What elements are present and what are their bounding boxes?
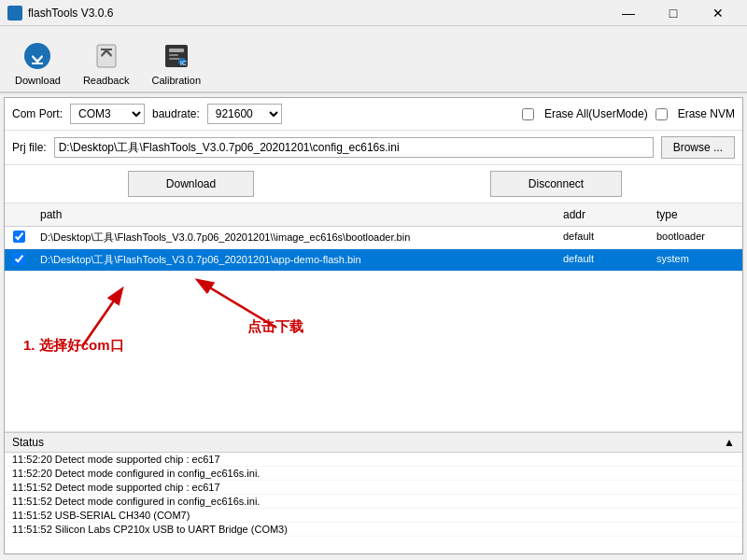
status-line: 11:51:52 Detect mode supported chip : ec… [5,481,742,495]
com-port-label: Com Port: [12,107,63,120]
window-controls: — □ ✕ [607,4,740,22]
close-button[interactable]: ✕ [697,4,740,22]
action-row: Download Disconnect [5,165,742,203]
status-line: 11:52:20 Detect mode configured in confi… [5,467,742,481]
row-checkbox[interactable] [5,229,33,246]
calibration-icon: IC [160,39,193,73]
annotation-svg [5,272,742,374]
readback-icon [90,39,123,73]
row-addr: default [556,251,649,269]
main-area: Com Port: COM3 baudrate: 921600 Erase Al… [4,97,743,554]
col-check [5,206,33,223]
annotation-download: 点击下载 [247,318,303,336]
col-path: path [33,206,556,223]
com-port-row: Com Port: COM3 baudrate: 921600 Erase Al… [5,98,742,131]
toolbar: Download Readback IC Calibration [0,26,747,93]
table-row[interactable]: D:\Desktop\工具\FlashTools_V3.0.7p06_20201… [5,227,742,249]
download-icon [21,39,54,73]
title-bar: flashTools V3.0.6 — □ ✕ [0,0,747,26]
file-table: path addr type D:\Desktop\工具\FlashTools_… [5,203,742,432]
prj-file-label: Prj file: [12,141,47,154]
toolbar-calibration-label: Calibration [151,75,201,86]
status-line: 11:51:52 Silicon Labs CP210x USB to UART… [5,523,742,537]
svg-rect-2 [32,63,43,64]
svg-rect-8 [169,54,178,56]
erase-all-label: Erase All(UserMode) [544,107,648,120]
status-panel: Status ▲ 11:52:20 Detect mode supported … [5,432,742,553]
status-body[interactable]: 11:52:20 Detect mode supported chip : ec… [5,453,742,553]
status-line: 11:51:52 Detect mode configured in confi… [5,495,742,509]
svg-rect-9 [169,58,180,60]
toolbar-calibration-button[interactable]: IC Calibration [144,35,208,91]
toolbar-download-label: Download [15,75,61,86]
status-line: 11:51:52 USB-SERIAL CH340 (COM7) [5,509,742,523]
maximize-button[interactable]: □ [652,4,695,22]
svg-rect-5 [101,49,112,50]
svg-point-0 [24,43,50,69]
erase-nvm-label: Erase NVM [678,107,735,120]
disconnect-button[interactable]: Disconnect [490,171,622,197]
row-path: D:\Desktop\工具\FlashTools_V3.0.7p06_20201… [33,251,556,269]
baudrate-select[interactable]: 921600 [207,104,282,124]
scroll-up-icon[interactable]: ▲ [724,436,735,449]
row-type: bootloader [649,229,742,246]
toolbar-readback-button[interactable]: Readback [76,35,137,91]
row-type: system [649,251,742,269]
prj-file-row: Prj file: Browse ... [5,131,742,165]
app-icon [7,6,22,21]
window-title: flashTools V3.0.6 [28,7,607,20]
baudrate-label: baudrate: [152,107,200,120]
browse-button[interactable]: Browse ... [661,136,735,159]
file-table-header: path addr type [5,203,742,227]
row-checkbox[interactable] [5,251,33,269]
toolbar-download-button[interactable]: Download [7,35,68,91]
prj-file-input[interactable] [54,137,654,158]
minimize-button[interactable]: — [607,4,650,22]
row-addr: default [556,229,649,246]
download-button[interactable]: Download [128,171,254,197]
svg-rect-3 [97,45,116,67]
status-header: Status ▲ [5,433,742,453]
annotation-com-port: 1. 选择好com口 [23,337,124,355]
col-addr: addr [556,206,649,223]
status-line: 11:52:20 Detect mode supported chip : ec… [5,453,742,467]
toolbar-readback-label: Readback [83,75,130,86]
col-type: type [649,206,742,223]
svg-text:IC: IC [180,60,187,66]
file-rows-container: D:\Desktop\工具\FlashTools_V3.0.7p06_20201… [5,227,742,272]
row-path: D:\Desktop\工具\FlashTools_V3.0.7p06_20201… [33,229,556,246]
status-label: Status [12,436,44,449]
com-port-select[interactable]: COM3 [70,104,145,124]
table-row[interactable]: D:\Desktop\工具\FlashTools_V3.0.7p06_20201… [5,249,742,272]
erase-all-checkbox[interactable] [522,108,534,120]
erase-nvm-checkbox[interactable] [655,108,668,120]
annotation-area: 1. 选择好com口 点击下载 [5,272,742,374]
svg-rect-7 [169,49,184,52]
